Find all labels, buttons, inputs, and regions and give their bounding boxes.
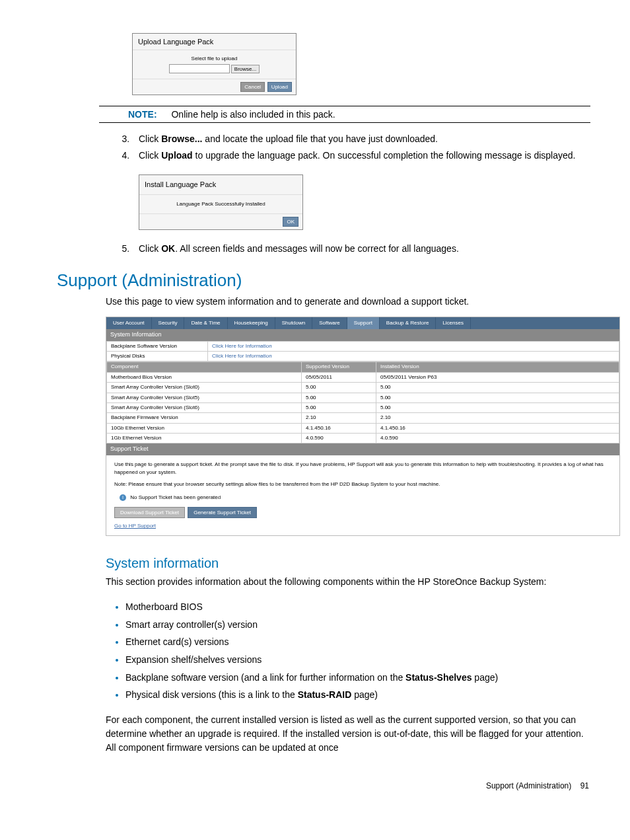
list-item: Smart array controller(s) version <box>125 616 590 634</box>
note-row: NOTE: Online help is also included in th… <box>128 109 590 120</box>
support-ticket-panel: Support Ticket <box>106 443 619 455</box>
generate-support-ticket-button[interactable]: Generate Support Ticket <box>188 507 257 518</box>
dialog-title: Upload Language Pack <box>133 34 296 50</box>
list-item: Physical disk versions (this is a link t… <box>125 686 590 704</box>
ticket-status: No Support Ticket has been generated <box>130 494 221 500</box>
dialog-body-text: Select file to upload <box>139 56 289 61</box>
tab-bar: User Account Security Date & Time Housek… <box>106 317 619 329</box>
table-row: Physical Disks Click Here for Informatio… <box>107 351 619 361</box>
tab-user-account[interactable]: User Account <box>106 317 152 329</box>
browse-button[interactable]: Browse... <box>231 65 260 73</box>
section-intro: Use this page to view system information… <box>106 295 590 309</box>
ticket-description: Use this page to generate a support tick… <box>114 461 612 477</box>
steps-list: Click Browse... and locate the upload fi… <box>106 132 590 256</box>
components-list: Motherboard BIOS Smart array controller(… <box>106 598 590 704</box>
table-row: Smart Array Controller Version (Slot5)5.… <box>107 393 619 402</box>
system-information-panel: System Information <box>106 329 619 341</box>
tab-housekeeping[interactable]: Housekeeping <box>228 317 275 329</box>
physical-disks-link[interactable]: Click Here for Information <box>208 351 619 361</box>
table-row: 1Gb Ethernet Version4.0.5904.0.590 <box>107 434 619 443</box>
file-upload-input[interactable] <box>169 64 230 73</box>
tab-licenses[interactable]: Licenses <box>436 317 471 329</box>
table-header-row: Component Supported Version Installed Ve… <box>107 362 619 372</box>
tab-support[interactable]: Support <box>347 317 380 329</box>
subsection-intro: This section provides information about … <box>106 575 590 589</box>
list-item: Ethernet card(s) versions <box>125 633 590 651</box>
sysinfo-versions-table: Component Supported Version Installed Ve… <box>106 362 619 443</box>
table-row: Smart Array Controller Version (Slot6)5.… <box>107 402 619 412</box>
backplane-software-link[interactable]: Click Here for Information <box>208 341 619 351</box>
step-5: Click OK. All screen fields and messages… <box>132 242 590 256</box>
sysinfo-links-table: Backplane Software Version Click Here fo… <box>106 341 619 362</box>
info-icon: i <box>120 494 126 501</box>
table-row: Backplane Firmware Version2.102.10 <box>107 413 619 423</box>
cancel-button[interactable]: Cancel <box>240 82 265 92</box>
step-3: Click Browse... and locate the upload fi… <box>132 132 590 146</box>
support-admin-screenshot: User Account Security Date & Time Housek… <box>106 317 620 537</box>
upload-button[interactable]: Upload <box>267 82 292 92</box>
upload-language-pack-dialog: Upload Language Pack Select file to uplo… <box>132 33 297 95</box>
download-support-ticket-button[interactable]: Download Support Ticket <box>114 507 185 518</box>
tab-backup-restore[interactable]: Backup & Restore <box>380 317 436 329</box>
table-row: Smart Array Controller Version (Slot0)5.… <box>107 383 619 393</box>
tab-software[interactable]: Software <box>312 317 347 329</box>
install-language-pack-dialog: Install Language Pack Language Pack Succ… <box>139 174 303 230</box>
table-row: Motherboard Bios Version05/05/201105/05/… <box>107 372 619 382</box>
section-heading: Support (Administration) <box>57 270 590 291</box>
dialog-body-text: Language Pack Successfully Installed <box>139 195 302 213</box>
page-footer: Support (Administration) 91 <box>40 781 589 790</box>
tab-security[interactable]: Security <box>152 317 185 329</box>
table-row: 10Gb Ethernet Version4.1.450.164.1.450.1… <box>107 423 619 433</box>
list-item: Expansion shelf/shelves versions <box>125 651 590 669</box>
note-rule-top <box>99 106 590 106</box>
table-row: Backplane Software Version Click Here fo… <box>107 341 619 351</box>
dialog-title: Install Language Pack <box>139 175 302 195</box>
tab-shutdown[interactable]: Shutdown <box>275 317 313 329</box>
ticket-note: Note: Please ensure that your browser se… <box>114 480 612 488</box>
note-text: Online help is also included in this pac… <box>171 109 335 120</box>
note-label: NOTE: <box>128 109 157 120</box>
list-item: Backplane software version (and a link f… <box>125 669 590 687</box>
step-4: Click Upload to upgrade the language pac… <box>132 149 590 230</box>
list-item: Motherboard BIOS <box>125 598 590 616</box>
ok-button[interactable]: OK <box>283 217 298 227</box>
note-rule-bottom <box>99 122 590 123</box>
hp-support-link[interactable]: Go to HP Support <box>114 522 612 530</box>
tab-date-time[interactable]: Date & Time <box>184 317 227 329</box>
subsection-body: For each component, the current installe… <box>106 713 590 755</box>
subsection-heading: System information <box>106 556 590 571</box>
